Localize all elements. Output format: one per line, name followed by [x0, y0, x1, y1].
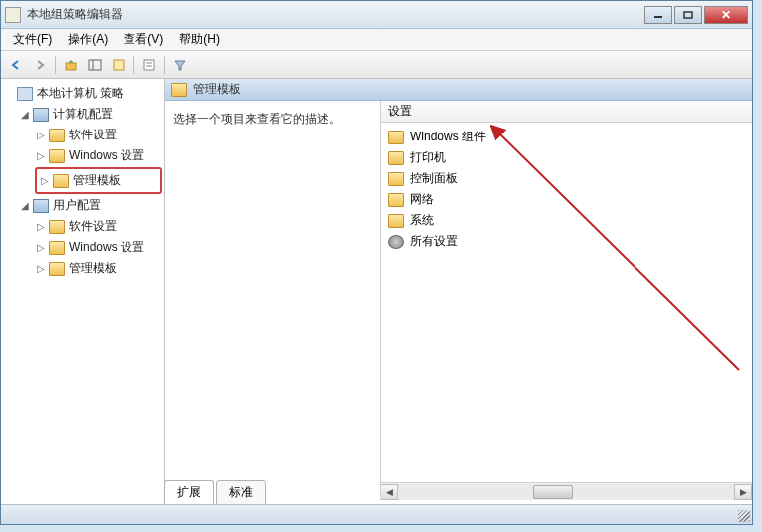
folder-icon [49, 262, 65, 276]
tree-root[interactable]: 本地计算机 策略 [3, 83, 162, 104]
svg-rect-5 [114, 60, 124, 70]
description-column: 选择一个项目来查看它的描述。 [165, 101, 380, 500]
tree-label: 用户配置 [53, 197, 101, 214]
menubar: 文件(F) 操作(A) 查看(V) 帮助(H) [1, 29, 752, 51]
list-item-label: 网络 [410, 191, 434, 208]
scroll-thumb[interactable] [533, 485, 573, 499]
tree-cc-windows[interactable]: ▷ Windows 设置 [35, 145, 162, 166]
minimize-button[interactable] [644, 6, 672, 24]
list-body[interactable]: Windows 组件 打印机 控制面板 网络 [381, 123, 752, 482]
list-header-label: 设置 [388, 103, 412, 120]
list-item-all-settings[interactable]: 所有设置 [384, 231, 748, 252]
folder-icon [388, 172, 404, 186]
expander-collapse-icon[interactable]: ◢ [19, 109, 31, 121]
tab-extended[interactable]: 扩展 [164, 480, 214, 505]
gpedit-window: 本地组策略编辑器 ✕ 文件(F) 操作(A) 查看(V) 帮助(H) 本地计算机… [0, 0, 753, 525]
svg-rect-2 [66, 63, 76, 70]
horizontal-scrollbar[interactable]: ◀ ▶ [381, 482, 752, 500]
list-item-network[interactable]: 网络 [384, 189, 748, 210]
folder-icon [49, 241, 65, 255]
toolbar-separator [133, 56, 134, 74]
folder-icon [49, 149, 65, 163]
window-controls: ✕ [642, 6, 748, 24]
export-button[interactable] [108, 54, 129, 76]
tree-label: Windows 设置 [69, 147, 144, 164]
gear-icon [388, 235, 404, 249]
tree-cc-admin-highlighted: ▷ 管理模板 [35, 167, 162, 194]
tree-user-config[interactable]: ◢ 用户配置 [19, 195, 162, 216]
toolbar [1, 51, 752, 79]
menu-view[interactable]: 查看(V) [116, 29, 171, 50]
breadcrumb-label: 管理模板 [193, 81, 241, 98]
user-icon [33, 199, 49, 213]
tab-standard[interactable]: 标准 [216, 480, 266, 505]
folder-icon [53, 174, 69, 188]
tree-uc-windows[interactable]: ▷ Windows 设置 [35, 237, 162, 258]
up-button[interactable] [60, 54, 82, 76]
menu-action[interactable]: 操作(A) [60, 29, 116, 50]
list-item-label: 控制面板 [410, 170, 458, 187]
tree-label: 软件设置 [69, 218, 117, 235]
list-item-label: 系统 [410, 212, 434, 229]
settings-list: 设置 Windows 组件 打印机 控制面板 [380, 101, 752, 500]
tree-uc-admin[interactable]: ▷ 管理模板 [35, 258, 162, 279]
tree-computer-config[interactable]: ◢ 计算机配置 [19, 104, 162, 125]
titlebar[interactable]: 本地组策略编辑器 ✕ [1, 1, 752, 29]
app-icon [5, 7, 21, 23]
menu-file[interactable]: 文件(F) [5, 29, 60, 50]
expander-collapse-icon[interactable]: ◢ [19, 200, 31, 212]
expander-expand-icon[interactable]: ▷ [35, 263, 47, 275]
maximize-button[interactable] [674, 6, 702, 24]
list-item-windows-components[interactable]: Windows 组件 [384, 127, 748, 147]
list-item-label: 所有设置 [410, 233, 458, 250]
expander-expand-icon[interactable]: ▷ [35, 221, 47, 233]
list-header[interactable]: 设置 [381, 101, 752, 123]
toolbar-separator [164, 56, 165, 74]
toolbar-separator [55, 56, 56, 74]
expander-expand-icon[interactable]: ▷ [35, 150, 47, 162]
back-button[interactable] [5, 54, 27, 76]
svg-rect-3 [89, 60, 101, 70]
scroll-track[interactable] [398, 484, 734, 500]
tree-panel[interactable]: 本地计算机 策略 ◢ 计算机配置 ▷ 软件设置 ▷ [1, 79, 165, 500]
svg-rect-6 [144, 60, 154, 70]
properties-button[interactable] [138, 54, 160, 76]
scroll-right-icon[interactable]: ▶ [734, 484, 752, 500]
window-title: 本地组策略编辑器 [27, 6, 642, 23]
folder-icon [171, 83, 187, 97]
resize-grip[interactable] [738, 510, 750, 522]
computer-icon [33, 108, 49, 122]
list-item-printers[interactable]: 打印机 [384, 147, 748, 168]
content-area: 本地计算机 策略 ◢ 计算机配置 ▷ 软件设置 ▷ [1, 79, 752, 500]
bottom-tabs: 扩展 标准 [164, 482, 268, 504]
expander-expand-icon[interactable]: ▷ [39, 175, 51, 187]
menu-help[interactable]: 帮助(H) [171, 29, 228, 50]
list-item-system[interactable]: 系统 [384, 210, 748, 231]
folder-icon [388, 214, 404, 228]
tree-uc-software[interactable]: ▷ 软件设置 [35, 216, 162, 237]
expander-expand-icon[interactable]: ▷ [35, 242, 47, 254]
expander-icon[interactable] [3, 88, 15, 100]
list-item-control-panel[interactable]: 控制面板 [384, 168, 748, 189]
right-panel: 管理模板 选择一个项目来查看它的描述。 设置 Windows 组件 [165, 79, 752, 500]
expander-expand-icon[interactable]: ▷ [35, 130, 47, 141]
tree-label: 软件设置 [69, 127, 117, 143]
detail-area: 选择一个项目来查看它的描述。 设置 Windows 组件 打印机 [165, 101, 752, 500]
forward-button[interactable] [29, 54, 51, 76]
breadcrumb: 管理模板 [165, 79, 752, 101]
folder-icon [388, 193, 404, 207]
tree-label: 本地计算机 策略 [37, 85, 124, 102]
list-item-label: Windows 组件 [410, 129, 486, 145]
tree-label: 管理模板 [69, 260, 117, 277]
tree-label: Windows 设置 [69, 239, 144, 256]
folder-icon [49, 129, 65, 142]
scroll-left-icon[interactable]: ◀ [381, 484, 398, 500]
tree-label: 计算机配置 [53, 106, 113, 123]
filter-button[interactable] [169, 54, 191, 76]
close-button[interactable]: ✕ [704, 6, 748, 24]
tree-cc-admin[interactable]: ▷ 管理模板 [39, 170, 158, 191]
list-item-label: 打印机 [410, 149, 446, 166]
tree-cc-software[interactable]: ▷ 软件设置 [35, 125, 162, 145]
show-hide-tree-button[interactable] [84, 54, 106, 76]
folder-icon [388, 131, 404, 144]
